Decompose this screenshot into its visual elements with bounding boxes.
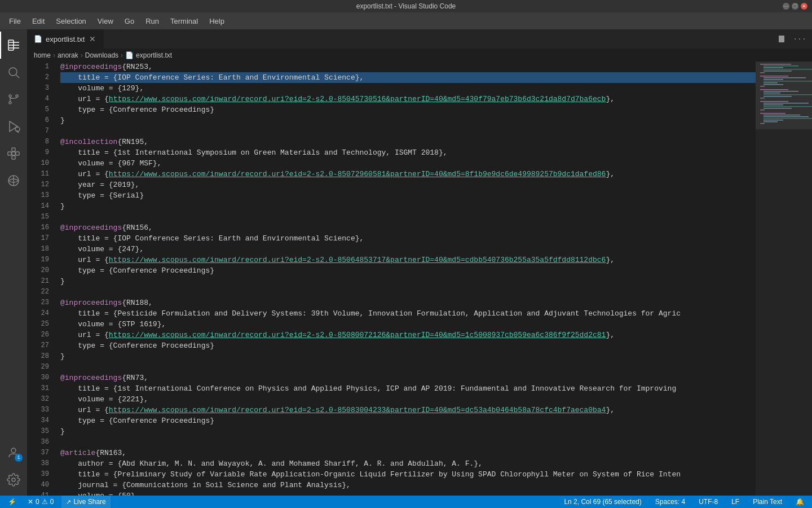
code-line-7 bbox=[60, 126, 756, 137]
account-badge: 1 bbox=[15, 454, 23, 462]
code-line-17: title = {IOP Conference Series: Earth an… bbox=[60, 233, 756, 244]
more-actions-button[interactable]: ··· bbox=[792, 31, 807, 47]
activity-source-control[interactable] bbox=[0, 86, 27, 113]
notifications-icon: 🔔 bbox=[796, 498, 804, 506]
status-spaces[interactable]: Spaces: 4 bbox=[652, 496, 689, 508]
code-line-4: url = {https://www.scopus.com/inward/rec… bbox=[60, 94, 756, 104]
close-button[interactable]: ✕ bbox=[801, 3, 807, 10]
code-line-20: type = {Conference Proceedings} bbox=[60, 265, 756, 276]
menu-terminal[interactable]: Terminal bbox=[166, 15, 202, 28]
breadcrumb: home › anorak › Downloads › 📄 exportlist… bbox=[27, 49, 812, 62]
status-remote[interactable]: ⚡ bbox=[5, 496, 20, 508]
main-layout: 1 📄 exportlist.txt ✕ bbox=[0, 29, 812, 496]
menu-edit[interactable]: Edit bbox=[28, 15, 49, 28]
status-errors[interactable]: ✕ 0 ⚠ 0 bbox=[24, 496, 57, 508]
file-icon: 📄 bbox=[34, 35, 42, 43]
error-count: 0 bbox=[36, 498, 39, 506]
activity-account[interactable]: 1 bbox=[0, 439, 27, 466]
breadcrumb-home[interactable]: home bbox=[34, 51, 51, 59]
tab-close-button[interactable]: ✕ bbox=[88, 34, 97, 43]
code-line-8: @incollection{RN195, bbox=[60, 137, 756, 147]
menu-go[interactable]: Go bbox=[120, 15, 139, 28]
window-controls: — ❐ ✕ bbox=[783, 3, 807, 10]
remote-icon: ⚡ bbox=[8, 498, 16, 506]
code-line-2: title = {IOP Conference Series: Earth an… bbox=[60, 72, 756, 83]
code-line-19: url = {https://www.scopus.com/inward/rec… bbox=[60, 255, 756, 265]
tab-bar-actions: ··· bbox=[774, 31, 807, 47]
svg-point-5 bbox=[9, 95, 11, 97]
svg-marker-7 bbox=[10, 121, 17, 132]
tab-label: exportlist.txt bbox=[46, 35, 85, 43]
activity-run-debug[interactable] bbox=[0, 113, 27, 140]
svg-point-1 bbox=[9, 68, 17, 76]
code-line-6: } bbox=[60, 115, 756, 126]
activity-search[interactable] bbox=[0, 59, 27, 86]
code-line-37: @article{RN163, bbox=[60, 448, 756, 458]
code-line-9: title = {1st International Symposium on … bbox=[60, 147, 756, 158]
title-bar: exportlist.txt - Visual Studio Code — ❐ … bbox=[0, 0, 812, 12]
code-line-35: } bbox=[60, 426, 756, 437]
menu-selection[interactable]: Selection bbox=[51, 15, 90, 28]
minimap-viewport bbox=[756, 62, 812, 129]
status-bar: ⚡ ✕ 0 ⚠ 0 ↗ Live Share Ln 2, Col 69 (65 … bbox=[0, 496, 812, 508]
code-line-3: volume = {129}, bbox=[60, 83, 756, 94]
tab-exportlist[interactable]: 📄 exportlist.txt ✕ bbox=[27, 29, 104, 49]
breadcrumb-file[interactable]: 📄 exportlist.txt bbox=[125, 51, 172, 59]
status-notifications[interactable]: 🔔 bbox=[792, 496, 807, 508]
status-left: ⚡ ✕ 0 ⚠ 0 ↗ Live Share bbox=[5, 496, 111, 508]
code-line-18: volume = {247}, bbox=[60, 244, 756, 255]
live-share-label: Live Share bbox=[73, 498, 105, 506]
warning-count: 0 bbox=[50, 498, 54, 506]
code-line-25: volume = {STP 1619}, bbox=[60, 319, 756, 330]
maximize-button[interactable]: ❐ bbox=[792, 3, 798, 10]
code-line-13: type = {Serial} bbox=[60, 190, 756, 201]
warning-icon: ⚠ bbox=[42, 498, 48, 506]
language-label: Plain Text bbox=[753, 498, 782, 506]
code-line-39: title = {Preliminary Study of Variable R… bbox=[60, 469, 756, 480]
activity-remote[interactable] bbox=[0, 167, 27, 194]
encoding-label: UTF-8 bbox=[699, 498, 718, 506]
code-line-41: volume = {50} bbox=[60, 491, 756, 496]
code-editor[interactable]: 1 2 3 4 5 6 7 8 9 10 11 12 13 14 15 16 1… bbox=[27, 62, 812, 496]
status-line-ending[interactable]: LF bbox=[728, 496, 743, 508]
svg-rect-11 bbox=[12, 152, 15, 155]
split-editor-button[interactable] bbox=[774, 31, 789, 47]
code-line-30: @inproceedings{RN73, bbox=[60, 373, 756, 383]
code-line-11: url = {https://www.scopus.com/inward/rec… bbox=[60, 169, 756, 179]
status-position[interactable]: Ln 2, Col 69 (65 selected) bbox=[561, 496, 645, 508]
code-line-32: volume = {2221}, bbox=[60, 394, 756, 405]
activity-extensions[interactable] bbox=[0, 140, 27, 167]
code-line-40: journal = {Communications in Soil Scienc… bbox=[60, 480, 756, 491]
svg-point-17 bbox=[11, 448, 16, 453]
minimize-button[interactable]: — bbox=[783, 3, 789, 10]
svg-point-18 bbox=[12, 478, 15, 481]
code-line-12: year = {2019}, bbox=[60, 179, 756, 190]
status-language[interactable]: Plain Text bbox=[749, 496, 785, 508]
live-share-button[interactable]: ↗ Live Share bbox=[61, 496, 110, 508]
code-line-23: @inproceedings{RN188, bbox=[60, 297, 756, 308]
svg-rect-14 bbox=[12, 156, 15, 159]
menu-help[interactable]: Help bbox=[205, 15, 229, 28]
editor-area: 📄 exportlist.txt ✕ ··· home › anorak › D… bbox=[27, 29, 812, 496]
svg-point-3 bbox=[9, 102, 11, 104]
activity-explorer[interactable] bbox=[0, 32, 27, 59]
breadcrumb-downloads[interactable]: Downloads bbox=[85, 51, 118, 59]
code-line-14: } bbox=[60, 201, 756, 212]
code-line-36 bbox=[60, 437, 756, 448]
error-icon: ✕ bbox=[28, 498, 33, 506]
window-title: exportlist.txt - Visual Studio Code bbox=[356, 2, 456, 10]
status-encoding[interactable]: UTF-8 bbox=[695, 496, 721, 508]
svg-line-2 bbox=[16, 75, 20, 78]
code-content[interactable]: @inproceedings{RN253, title = {IOP Confe… bbox=[58, 62, 756, 496]
tab-bar: 📄 exportlist.txt ✕ ··· bbox=[27, 29, 812, 49]
code-line-1: @inproceedings{RN253, bbox=[60, 62, 756, 72]
code-line-16: @inproceedings{RN156, bbox=[60, 222, 756, 233]
cursor-position: Ln 2, Col 69 (65 selected) bbox=[564, 498, 641, 506]
code-line-10: volume = {967 MSF}, bbox=[60, 158, 756, 169]
menu-view[interactable]: View bbox=[93, 15, 118, 28]
menu-run[interactable]: Run bbox=[141, 15, 164, 28]
activity-settings[interactable] bbox=[0, 466, 27, 493]
svg-point-4 bbox=[16, 95, 18, 97]
breadcrumb-anorak[interactable]: anorak bbox=[58, 51, 78, 59]
menu-file[interactable]: File bbox=[5, 15, 25, 28]
